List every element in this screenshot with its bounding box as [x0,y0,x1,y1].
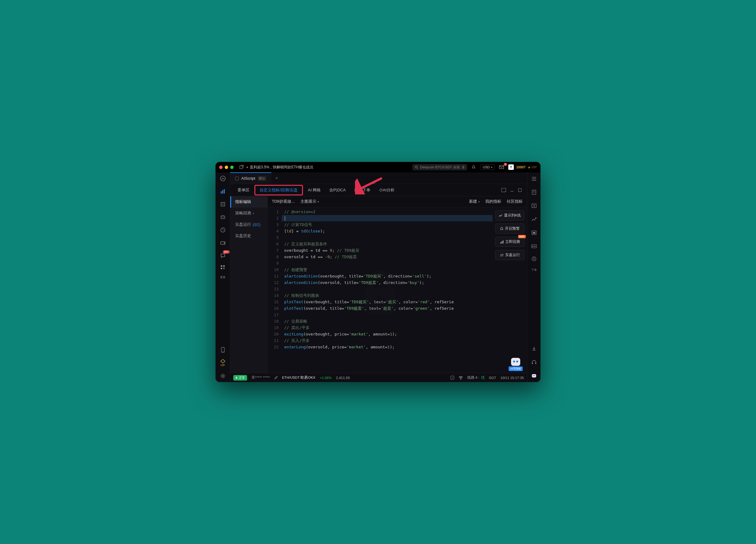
edit-icon[interactable] [274,376,278,380]
svg-rect-9 [224,189,225,193]
code-line-19[interactable]: // 卖出/平多 [282,324,493,331]
rail-settings-icon[interactable] [219,372,227,380]
code-line-12[interactable]: alertcondition(oversold, title='TD9超卖', … [282,279,493,286]
code-line-9[interactable] [282,260,493,266]
rr-order-icon[interactable] [531,256,537,261]
svg-rect-0 [240,166,242,169]
community-indicators-link[interactable]: 社区指标 [507,199,523,204]
my-indicators-link[interactable]: 我的指标 [485,199,501,204]
live-run-button[interactable]: 实盘运行 [495,250,525,260]
toolbar-item-2[interactable]: AI 网格 [304,186,324,195]
rr-list-icon[interactable] [531,175,537,182]
add-tab-button[interactable]: + [271,172,282,184]
mail-icon[interactable]: 2 [497,164,506,170]
script-name-dropdown[interactable]: TD9抄底做… [272,199,295,204]
code-line-2[interactable] [282,215,493,221]
chat-badge: 99+ [223,250,230,254]
rr-etf-icon[interactable]: ETF [531,243,537,250]
help-icon[interactable]: ? [450,376,454,380]
rail-vip-icon[interactable]: VIP [219,359,227,367]
toolbar-item-0[interactable]: 委单区 [234,186,253,195]
code-line-16[interactable]: plotText(oversold, title='TD9超卖', text='… [282,305,493,312]
checkbox-icon[interactable] [235,177,239,180]
expand-icon[interactable] [517,187,523,193]
rr-download-icon[interactable] [531,345,537,352]
code-line-11[interactable]: alertcondition(overbought, title='TD9超买'… [282,273,493,279]
view-mode-dropdown[interactable]: 主图展示 ▾ [300,199,319,204]
code-line-4[interactable]: [td] = td(close); [282,228,493,234]
maximize-dot[interactable] [230,166,234,169]
code-line-21[interactable]: // 买入/开多 [282,337,493,344]
code-source[interactable]: // @version=2// 计算TD信号[td] = td(close);/… [282,207,493,351]
enable-alert-button[interactable]: 开启预警 [495,224,525,234]
layout-icon[interactable] [500,187,507,193]
new-button[interactable]: 新建 ▾ [469,199,480,204]
code-line-7[interactable]: overbought = td == 9; // TD9超买 [282,247,493,254]
popout-icon[interactable] [239,165,244,170]
code-line-17[interactable] [282,312,493,318]
side-panel-item-0[interactable]: 指标编辑 [230,196,267,208]
rail-orders-icon[interactable] [219,201,227,208]
status-badge[interactable]: 正常 [233,375,247,381]
toolbar-item-1[interactable]: 自定义指标/回测/实盘 [254,185,303,195]
code-line-1[interactable]: // @version=2 [282,209,493,215]
toolbar-item-3[interactable]: 合约DCA [326,186,349,195]
rail-apps-icon[interactable] [219,265,227,270]
rail-logo-icon[interactable] [219,175,227,182]
account-label[interactable]: 享***** ***** [251,375,270,380]
rr-note-icon[interactable] [531,189,537,196]
rail-chat-icon[interactable]: 99+ [219,252,227,259]
rr-bot-icon[interactable] [531,372,537,379]
notifications-icon[interactable] [470,164,478,170]
file-tab-aiscript[interactable]: AIScript 默认 [230,172,271,184]
rail-analytics-icon[interactable] [219,226,227,234]
swap-icon [500,254,504,257]
rr-panel-icon[interactable] [531,229,537,236]
close-dot[interactable] [219,166,223,169]
vip-badge[interactable]: ◆ VIP [528,165,537,169]
toolbar-item-4[interactable]: 组合下单 [351,186,374,195]
rail-wallet-icon[interactable] [219,239,227,247]
svg-point-15 [223,217,224,217]
wifi-icon[interactable] [459,376,463,380]
side-panel-item-2[interactable]: 实盘运行 (0/2) [230,219,267,230]
code-line-6[interactable]: // 定义超买和超卖条件 [282,241,493,247]
side-panel-item-3[interactable]: 实盘历史 [230,230,267,242]
code-line-8[interactable]: oversold = td == -9; // TD9超卖 [282,254,493,260]
rr-growth-icon[interactable] [531,216,537,223]
backtest-button[interactable]: HOT 立即回测 [495,237,525,247]
rr-money-icon[interactable]: $ [531,202,537,209]
svg-point-5 [510,166,512,167]
code-line-15[interactable]: plotText(overbought, title='TD9超买', text… [282,299,493,305]
side-panel-item-1[interactable]: 策略回测▾ [230,208,267,219]
default-tag: 默认 [258,176,266,181]
toolbar-item-5[interactable]: 小AI分析 [375,186,398,195]
global-search[interactable]: Deepcoin BTC/USDT 永续 / [412,164,467,170]
rail-robot-icon[interactable] [219,213,227,221]
code-line-14[interactable]: // 绘制信号到图表 [282,292,493,299]
code-editor[interactable]: 12345678910111213141516171819202122 // @… [268,207,493,373]
code-line-20[interactable]: exitLong(overbought, price='market', amo… [282,331,493,337]
show-on-kline-button[interactable]: 显示到K线 [495,210,525,220]
promo-banner[interactable]: 盈利超3.5%，快解锁同款ETH爆仓战法 [246,165,313,170]
minimize-dot[interactable] [225,166,228,169]
currency-selector[interactable]: USD ▾ [480,164,494,170]
rail-mobile-icon[interactable] [219,346,227,354]
ai-assistant-float[interactable]: AI写指标 [509,358,523,371]
side-panel: 指标编辑策略回测▾实盘运行 (0/2)实盘历史 [230,196,268,373]
rail-chart-icon[interactable] [219,188,227,195]
right-rail: $ ETF 下单 [527,172,540,382]
window-controls [219,166,234,169]
symbol-label[interactable]: ETH/USDT 欧易OKX [282,375,315,380]
code-line-5[interactable] [282,234,493,241]
code-line-10[interactable]: // 创建预警 [282,266,493,273]
minimize-icon[interactable] [509,187,515,193]
svg-point-54 [533,375,534,376]
rr-headset-icon[interactable] [531,359,537,366]
user-avatar[interactable] [508,164,514,170]
route-info[interactable]: 线路 4 : 优 [467,375,485,380]
code-line-22[interactable]: enterLong(oversold, price='market', amou… [282,344,493,350]
code-line-3[interactable]: // 计算TD信号 [282,221,493,228]
code-line-13[interactable] [282,286,493,292]
code-line-18[interactable]: // 交易策略 [282,318,493,324]
